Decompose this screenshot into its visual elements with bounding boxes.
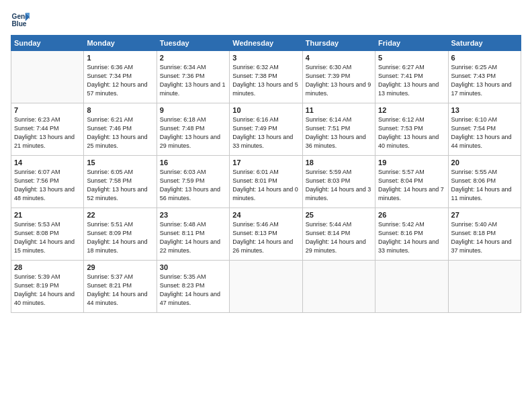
calendar-cell: 28Sunrise: 5:39 AMSunset: 8:19 PMDayligh… [11, 261, 84, 313]
logo: General Blue [11, 11, 31, 30]
calendar-cell: 24Sunrise: 5:46 AMSunset: 8:13 PMDayligh… [230, 208, 302, 261]
cell-info: Sunrise: 5:48 AMSunset: 8:11 PMDaylight:… [160, 221, 220, 254]
cell-info: Sunrise: 6:23 AMSunset: 7:44 PMDaylight:… [14, 116, 75, 149]
day-number: 23 [160, 211, 226, 219]
calendar-cell: 18Sunrise: 5:59 AMSunset: 8:03 PMDayligh… [302, 156, 375, 208]
calendar-cell: 16Sunrise: 6:03 AMSunset: 7:59 PMDayligh… [157, 156, 229, 208]
calendar-cell: 8Sunrise: 6:21 AMSunset: 7:46 PMDaylight… [84, 103, 157, 156]
calendar-cell [448, 261, 521, 313]
calendar-cell [230, 261, 302, 313]
calendar-cell: 22Sunrise: 5:51 AMSunset: 8:09 PMDayligh… [84, 208, 157, 261]
calendar-cell [302, 261, 375, 313]
col-header-thursday: Thursday [302, 36, 375, 51]
day-number: 3 [232, 54, 299, 62]
calendar-cell: 3Sunrise: 6:32 AMSunset: 7:38 PMDaylight… [230, 51, 302, 103]
col-header-saturday: Saturday [448, 36, 521, 51]
cell-info: Sunrise: 6:05 AMSunset: 7:58 PMDaylight:… [87, 169, 147, 201]
week-row-1: 1Sunrise: 6:36 AMSunset: 7:34 PMDaylight… [11, 51, 521, 103]
cell-info: Sunrise: 6:14 AMSunset: 7:51 PMDaylight:… [306, 116, 366, 149]
cell-info: Sunrise: 5:35 AMSunset: 8:23 PMDaylight:… [160, 273, 220, 306]
day-number: 13 [451, 106, 518, 114]
calendar-cell: 5Sunrise: 6:27 AMSunset: 7:41 PMDaylight… [375, 51, 448, 103]
day-number: 10 [232, 106, 299, 114]
day-number: 4 [306, 54, 372, 62]
day-number: 2 [160, 54, 226, 62]
day-number: 9 [160, 106, 226, 114]
cell-info: Sunrise: 5:53 AMSunset: 8:08 PMDaylight:… [14, 221, 75, 254]
col-header-friday: Friday [375, 36, 448, 51]
cell-info: Sunrise: 6:18 AMSunset: 7:48 PMDaylight:… [160, 116, 220, 149]
cell-info: Sunrise: 5:42 AMSunset: 8:16 PMDaylight:… [378, 221, 439, 254]
day-number: 17 [232, 158, 299, 167]
calendar-cell: 6Sunrise: 6:25 AMSunset: 7:43 PMDaylight… [448, 51, 521, 103]
calendar-body: 1Sunrise: 6:36 AMSunset: 7:34 PMDaylight… [11, 51, 521, 313]
calendar-header-row: SundayMondayTuesdayWednesdayThursdayFrid… [11, 36, 521, 51]
cell-info: Sunrise: 6:01 AMSunset: 8:01 PMDaylight:… [232, 169, 298, 201]
col-header-sunday: Sunday [11, 36, 84, 51]
calendar-cell: 19Sunrise: 5:57 AMSunset: 8:04 PMDayligh… [375, 156, 448, 208]
day-number: 27 [451, 211, 518, 219]
day-number: 18 [306, 158, 372, 167]
calendar-cell: 23Sunrise: 5:48 AMSunset: 8:11 PMDayligh… [157, 208, 229, 261]
day-number: 20 [451, 158, 518, 167]
day-number: 29 [87, 263, 153, 271]
cell-info: Sunrise: 5:44 AMSunset: 8:14 PMDaylight:… [306, 221, 366, 254]
week-row-4: 21Sunrise: 5:53 AMSunset: 8:08 PMDayligh… [11, 208, 521, 261]
day-number: 22 [87, 211, 153, 219]
week-row-3: 14Sunrise: 6:07 AMSunset: 7:56 PMDayligh… [11, 156, 521, 208]
page: General Blue SundayMondayTuesdayWednesda… [0, 0, 532, 411]
cell-info: Sunrise: 5:46 AMSunset: 8:13 PMDaylight:… [232, 221, 293, 254]
calendar-cell: 12Sunrise: 6:12 AMSunset: 7:53 PMDayligh… [375, 103, 448, 156]
cell-info: Sunrise: 6:21 AMSunset: 7:46 PMDaylight:… [87, 116, 147, 149]
cell-info: Sunrise: 5:55 AMSunset: 8:06 PMDaylight:… [451, 169, 512, 201]
header: General Blue [11, 11, 521, 30]
day-number: 8 [87, 106, 153, 114]
calendar-cell: 25Sunrise: 5:44 AMSunset: 8:14 PMDayligh… [302, 208, 375, 261]
calendar-cell: 21Sunrise: 5:53 AMSunset: 8:08 PMDayligh… [11, 208, 84, 261]
cell-info: Sunrise: 6:30 AMSunset: 7:39 PMDaylight:… [306, 64, 371, 97]
day-number: 16 [160, 158, 226, 167]
col-header-tuesday: Tuesday [157, 36, 229, 51]
calendar-cell: 13Sunrise: 6:10 AMSunset: 7:54 PMDayligh… [448, 103, 521, 156]
cell-info: Sunrise: 6:07 AMSunset: 7:56 PMDaylight:… [14, 169, 75, 201]
cell-info: Sunrise: 6:16 AMSunset: 7:49 PMDaylight:… [232, 116, 293, 149]
cell-info: Sunrise: 5:39 AMSunset: 8:19 PMDaylight:… [14, 273, 75, 306]
calendar-table: SundayMondayTuesdayWednesdayThursdayFrid… [11, 35, 521, 313]
day-number: 11 [306, 106, 372, 114]
calendar-cell: 20Sunrise: 5:55 AMSunset: 8:06 PMDayligh… [448, 156, 521, 208]
calendar-cell: 14Sunrise: 6:07 AMSunset: 7:56 PMDayligh… [11, 156, 84, 208]
logo-icon: General Blue [11, 11, 30, 30]
calendar-cell [11, 51, 84, 103]
calendar-cell: 15Sunrise: 6:05 AMSunset: 7:58 PMDayligh… [84, 156, 157, 208]
calendar-cell: 17Sunrise: 6:01 AMSunset: 8:01 PMDayligh… [230, 156, 302, 208]
svg-text:Blue: Blue [12, 20, 27, 28]
calendar-cell: 30Sunrise: 5:35 AMSunset: 8:23 PMDayligh… [157, 261, 229, 313]
cell-info: Sunrise: 6:27 AMSunset: 7:41 PMDaylight:… [378, 64, 439, 97]
day-number: 5 [378, 54, 445, 62]
day-number: 6 [451, 54, 518, 62]
day-number: 15 [87, 158, 153, 167]
day-number: 12 [378, 106, 445, 114]
cell-info: Sunrise: 6:32 AMSunset: 7:38 PMDaylight:… [232, 64, 298, 97]
week-row-5: 28Sunrise: 5:39 AMSunset: 8:19 PMDayligh… [11, 261, 521, 313]
cell-info: Sunrise: 5:37 AMSunset: 8:21 PMDaylight:… [87, 273, 147, 306]
cell-info: Sunrise: 5:59 AMSunset: 8:03 PMDaylight:… [306, 169, 371, 201]
col-header-wednesday: Wednesday [230, 36, 302, 51]
day-number: 26 [378, 211, 445, 219]
calendar-cell [375, 261, 448, 313]
cell-info: Sunrise: 6:03 AMSunset: 7:59 PMDaylight:… [160, 169, 220, 201]
calendar-cell: 2Sunrise: 6:34 AMSunset: 7:36 PMDaylight… [157, 51, 229, 103]
day-number: 14 [14, 158, 81, 167]
calendar-cell: 7Sunrise: 6:23 AMSunset: 7:44 PMDaylight… [11, 103, 84, 156]
day-number: 28 [14, 263, 81, 271]
day-number: 21 [14, 211, 81, 219]
col-header-monday: Monday [84, 36, 157, 51]
cell-info: Sunrise: 6:10 AMSunset: 7:54 PMDaylight:… [451, 116, 512, 149]
cell-info: Sunrise: 5:51 AMSunset: 8:09 PMDaylight:… [87, 221, 147, 254]
week-row-2: 7Sunrise: 6:23 AMSunset: 7:44 PMDaylight… [11, 103, 521, 156]
day-number: 25 [306, 211, 372, 219]
cell-info: Sunrise: 5:40 AMSunset: 8:18 PMDaylight:… [451, 221, 512, 254]
cell-info: Sunrise: 6:36 AMSunset: 7:34 PMDaylight:… [87, 64, 147, 97]
day-number: 30 [160, 263, 226, 271]
day-number: 1 [87, 54, 153, 62]
